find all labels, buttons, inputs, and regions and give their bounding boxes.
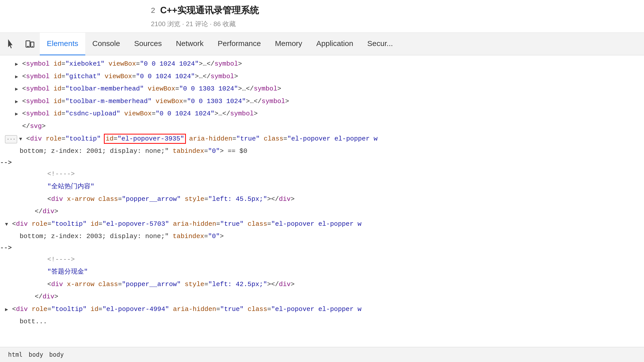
dom-content: <symbol id="toolbar-memberhead" viewBox=… xyxy=(22,84,281,94)
dom-line-selected[interactable]: ··· <div role="tooltip" id="el-popover-3… xyxy=(0,133,644,145)
dom-line[interactable]: <div role="tooltip" id="el-popover-4994"… xyxy=(0,303,644,316)
tab-elements[interactable]: Elements xyxy=(40,33,85,55)
expand-triangle[interactable] xyxy=(15,60,21,68)
devtools-tabs-bar: Elements Console Sources Network Perform… xyxy=(0,33,644,55)
dom-content: </div> xyxy=(35,206,58,217)
expand-triangle[interactable] xyxy=(15,73,21,81)
dom-line[interactable]: "全站热门内容" xyxy=(0,180,644,193)
dom-line[interactable]: <symbol id="xieboke1" viewBox="0 0 1024 … xyxy=(0,58,644,70)
expand-triangle[interactable] xyxy=(5,306,11,314)
dom-line[interactable]: <symbol id="gitchat" viewBox="0 0 1024 1… xyxy=(0,70,644,83)
devtools-dom-panel: <symbol id="xieboke1" viewBox="0 0 1024 … xyxy=(0,55,644,347)
expand-triangle[interactable] xyxy=(15,85,21,93)
tab-performance[interactable]: Performance xyxy=(211,33,268,55)
dom-line[interactable]: <div x-arrow class="popper__arrow" style… xyxy=(0,193,644,206)
dom-line[interactable]: </svg> xyxy=(0,120,644,133)
dom-line[interactable]: </div> xyxy=(0,205,644,218)
page-number: 2 xyxy=(151,6,155,15)
dom-content: </svg> xyxy=(22,121,46,132)
dom-content: <!----> xyxy=(47,169,75,179)
page-top-area: 2 C++实现通讯录管理系统 2100 浏览 · 21 评论 · 86 收藏 xyxy=(0,0,644,33)
dom-content: <div role="tooltip" id="el-popover-3935"… xyxy=(26,134,378,144)
dom-content: <div x-arrow class="popper__arrow" style… xyxy=(47,194,295,205)
dom-content: <div x-arrow class="popper__arrow" style… xyxy=(47,279,295,290)
devtools-status-bar: html body body xyxy=(0,347,644,362)
expand-triangle[interactable] xyxy=(5,220,11,229)
dom-content: "全站热门内容" xyxy=(47,182,94,192)
device-toggle-button[interactable] xyxy=(21,35,39,53)
dom-line[interactable]: <div x-arrow class="popper__arrow" style… xyxy=(0,278,644,291)
dom-line[interactable]: bott... xyxy=(0,315,644,328)
tab-network[interactable]: Network xyxy=(169,33,211,55)
dom-line[interactable]: bottom; z-index: 2001; display: none;" t… xyxy=(0,145,644,158)
expand-triangle[interactable] xyxy=(15,110,21,118)
dom-content: <symbol id="xieboke1" viewBox="0 0 1024 … xyxy=(22,59,242,69)
dom-content: bott... xyxy=(20,316,47,327)
tab-console[interactable]: Console xyxy=(85,33,127,55)
dom-content: <symbol id="csdnc-upload" viewBox="0 0 1… xyxy=(22,109,258,119)
dom-line[interactable]: <symbol id="toolbar-m-memberhead" viewBo… xyxy=(0,95,644,108)
breadcrumb-selected-element[interactable]: body xyxy=(46,350,67,359)
dom-content: bottom; z-index: 2001; display: none;" t… xyxy=(20,146,247,157)
dom-content: <div role="tooltip" id="el-popover-4994"… xyxy=(12,304,361,315)
overflow-dots-button[interactable]: ··· xyxy=(5,135,17,143)
page-title: C++实现通讯录管理系统 xyxy=(160,4,259,17)
dom-content: "答题分现金" xyxy=(47,267,88,277)
tab-memory[interactable]: Memory xyxy=(268,33,309,55)
page-meta: 2100 浏览 · 21 评论 · 86 收藏 xyxy=(151,20,634,28)
tab-sources[interactable]: Sources xyxy=(127,33,169,55)
dom-content: <symbol id="gitchat" viewBox="0 0 1024 1… xyxy=(22,71,238,82)
tab-application[interactable]: Application xyxy=(309,33,360,55)
inspect-cursor-button[interactable] xyxy=(3,35,20,53)
dom-line[interactable]: <!----> xyxy=(0,168,644,180)
page-title-row: 2 C++实现通讯录管理系统 xyxy=(151,4,634,17)
dom-line[interactable]: <!----> xyxy=(0,253,644,266)
dom-line[interactable]: <symbol id="csdnc-upload" viewBox="0 0 1… xyxy=(0,108,644,120)
dom-line[interactable]: "答题分现金" xyxy=(0,266,644,278)
tab-security[interactable]: Secur... xyxy=(360,33,400,55)
expand-triangle[interactable] xyxy=(15,98,21,106)
dom-line[interactable]: <div role="tooltip" id="el-popover-5703"… xyxy=(0,218,644,231)
dom-content: <!----> xyxy=(47,254,75,265)
dom-line[interactable]: </div> xyxy=(0,291,644,303)
breadcrumb-body[interactable]: body xyxy=(26,350,46,359)
dom-line[interactable]: bottom; z-index: 2003; display: none;" t… xyxy=(0,230,644,243)
dom-content: <div role="tooltip" id="el-popover-5703"… xyxy=(12,219,361,230)
dom-content: </div> xyxy=(35,292,58,302)
dom-content: bottom; z-index: 2003; display: none;" t… xyxy=(20,231,224,242)
expand-triangle[interactable] xyxy=(19,135,25,143)
dom-content: <symbol id="toolbar-m-memberhead" viewBo… xyxy=(22,96,289,107)
breadcrumb-html[interactable]: html xyxy=(5,350,26,359)
dom-line[interactable]: <symbol id="toolbar-memberhead" viewBox=… xyxy=(0,83,644,95)
